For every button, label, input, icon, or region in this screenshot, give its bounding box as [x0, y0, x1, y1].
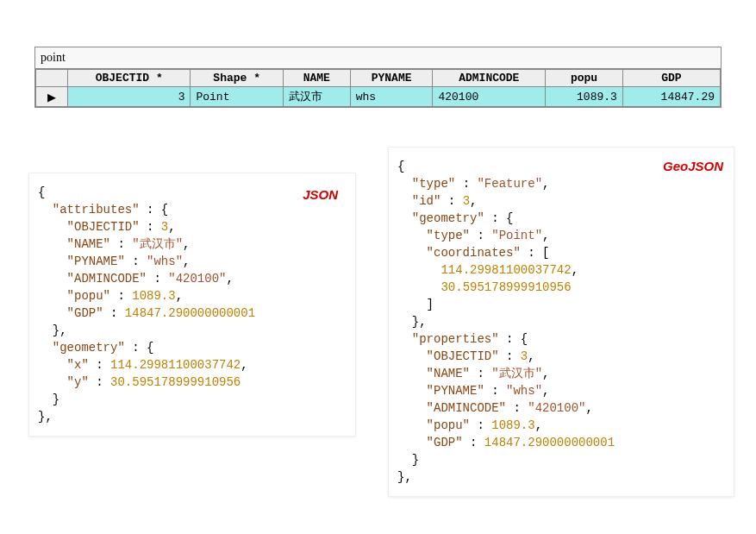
col-pyname[interactable]: PYNAME	[350, 70, 433, 87]
col-objectid[interactable]: OBJECTID *	[68, 70, 191, 87]
attribute-table: point OBJECTID * Shape * NAME PYNAME ADM…	[34, 47, 722, 108]
col-shape[interactable]: Shape *	[191, 70, 283, 87]
col-gdp[interactable]: GDP	[622, 70, 720, 87]
col-popu[interactable]: popu	[546, 70, 623, 87]
cell-popu: 1089.3	[546, 87, 623, 107]
cell-shape: Point	[191, 87, 283, 107]
cell-gdp: 14847.29	[622, 87, 720, 107]
table-row[interactable]: ▶ 3 Point 武汉市 whs 420100 1089.3 14847.29	[36, 87, 721, 107]
cell-name: 武汉市	[283, 87, 350, 107]
row-marker: ▶	[36, 87, 68, 107]
col-admincode[interactable]: ADMINCODE	[433, 70, 546, 87]
table-corner	[36, 70, 68, 87]
geojson-label: GeoJSON	[663, 158, 723, 175]
cell-pyname: whs	[350, 87, 433, 107]
cell-objectid: 3	[68, 87, 191, 107]
json-label: JSON	[303, 186, 338, 204]
data-table: OBJECTID * Shape * NAME PYNAME ADMINCODE…	[35, 69, 721, 107]
table-title: point	[35, 47, 721, 69]
cell-admincode: 420100	[433, 87, 546, 107]
col-name[interactable]: NAME	[283, 70, 350, 87]
json-code-block: JSON{ "attributes" : { "OBJECTID" : 3, "…	[28, 173, 356, 437]
geojson-code-block: GeoJSON{ "type" : "Feature", "id" : 3, "…	[388, 147, 734, 497]
